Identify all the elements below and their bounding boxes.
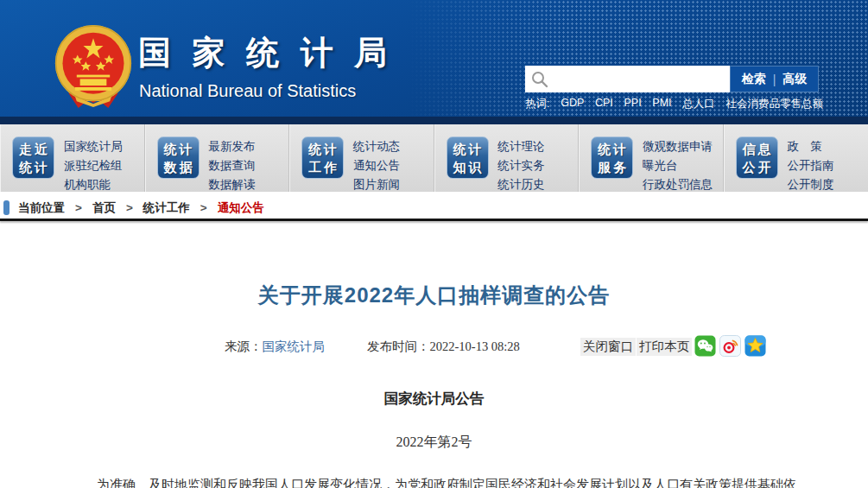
breadcrumb: 当前位置 > 首页 > 统计工作 > 通知公告 <box>0 197 868 219</box>
hotword-cpi[interactable]: CPI <box>595 97 613 111</box>
main-nav: 走近 统计 国家统计局 派驻纪检组 机构职能 统计 数据 最新发布 数据查询 数… <box>0 124 868 192</box>
article-title: 关于开展2022年人口抽样调查的公告 <box>0 282 868 309</box>
breadcrumb-home[interactable]: 首页 <box>92 200 116 216</box>
nav-badge-line: 统计 <box>451 140 485 158</box>
nav-link[interactable]: 统计历史 <box>498 175 545 194</box>
wechat-share-icon[interactable] <box>694 335 716 357</box>
nav-badge-line: 知识 <box>451 158 485 176</box>
nav-badge-line: 统计 <box>162 140 195 158</box>
nav-section-services: 统计 服务 微观数据申请 曝光台 行政处罚信息 <box>579 124 724 192</box>
pubtime-value: 2022-10-13 08:28 <box>430 339 520 353</box>
nav-badge-line: 工作 <box>306 158 339 176</box>
hotword-gdp[interactable]: GDP <box>561 97 584 111</box>
site-subtitle: National Bureau of Statistics <box>139 81 356 101</box>
nav-section-disclosure: 信息 公开 政 策 公开指南 公开制度 <box>724 124 868 192</box>
nav-link[interactable]: 政 策 <box>788 137 834 156</box>
nav-badge-line: 信息 <box>740 140 774 158</box>
nav-link[interactable]: 数据查询 <box>209 156 256 175</box>
nav-link[interactable]: 统计理论 <box>498 137 545 156</box>
article-source: 来源：国家统计局 <box>225 339 325 355</box>
nav-badge-line: 服务 <box>595 158 629 176</box>
nav-badge-about[interactable]: 走近 统计 <box>12 136 54 179</box>
nav-section-work: 统计 工作 统计动态 通知公告 图片新闻 <box>289 124 434 192</box>
breadcrumb-statistical-work[interactable]: 统计工作 <box>143 200 190 216</box>
nav-link[interactable]: 数据解读 <box>209 175 256 194</box>
search-submit-button[interactable]: 检索 <box>742 72 766 87</box>
hotword-ppi[interactable]: PPI <box>624 97 641 111</box>
nav-badge-line: 统计 <box>595 140 629 158</box>
nav-link[interactable]: 最新发布 <box>209 137 256 156</box>
search-input[interactable] <box>549 67 730 91</box>
button-divider: | <box>773 73 776 86</box>
source-label: 来源： <box>225 339 263 353</box>
hotword-pmi[interactable]: PMI <box>652 97 671 111</box>
nav-badge-disclosure[interactable]: 信息 公开 <box>736 136 778 179</box>
nav-badge-data[interactable]: 统计 数据 <box>157 136 200 179</box>
article-meta-row: 来源：国家统计局 发布时间：2022-10-13 08:28 关闭窗口 打印本页 <box>0 335 868 358</box>
nav-badge-line: 数据 <box>162 158 195 176</box>
nav-link[interactable]: 曝光台 <box>643 156 713 175</box>
print-page-button[interactable]: 打印本页 <box>637 338 692 356</box>
qzone-share-icon[interactable] <box>744 335 766 357</box>
nav-link[interactable]: 国家统计局 <box>64 137 123 156</box>
article-paragraph: 为准确、及时地监测和反映我国人口发展变化情况，为党和政府制定国民经济和社会发展计… <box>71 472 799 488</box>
nav-link[interactable]: 公开制度 <box>788 175 834 194</box>
search-box <box>525 66 730 92</box>
advanced-search-button[interactable]: 高级 <box>782 72 807 87</box>
nav-link[interactable]: 公开指南 <box>788 156 834 175</box>
nav-link[interactable]: 统计动态 <box>353 137 400 156</box>
nav-badge-services[interactable]: 统计 服务 <box>591 136 633 179</box>
nav-section-data: 统计 数据 最新发布 数据查询 数据解读 <box>145 124 290 192</box>
hotwords-bar: 热词: GDP CPI PPI PMI 总人口 社会消费品零售总额 <box>525 97 823 111</box>
hotwords-label: 热词: <box>525 97 549 111</box>
breadcrumb-marker-icon <box>3 200 10 215</box>
nav-link[interactable]: 机构职能 <box>64 175 123 194</box>
nav-badge-line: 统计 <box>16 158 50 176</box>
nav-section-knowledge: 统计 知识 统计理论 统计实务 统计历史 <box>434 124 580 192</box>
source-link[interactable]: 国家统计局 <box>263 339 326 353</box>
breadcrumb-label: 当前位置 <box>18 200 65 216</box>
nav-link[interactable]: 统计实务 <box>498 156 545 175</box>
content-divider-rule <box>0 219 868 221</box>
close-window-button[interactable]: 关闭窗口 <box>580 338 636 356</box>
nav-badge-line: 走近 <box>16 140 50 158</box>
nav-link[interactable]: 图片新闻 <box>353 175 400 194</box>
nav-link[interactable]: 行政处罚信息 <box>643 175 713 194</box>
breadcrumb-separator: > <box>75 201 82 214</box>
nav-section-about: 走近 统计 国家统计局 派驻纪检组 机构职能 <box>0 124 145 192</box>
nav-link[interactable]: 通知公告 <box>353 156 400 175</box>
article-doc-number: 2022年第2号 <box>0 434 868 452</box>
weibo-share-icon[interactable] <box>719 335 741 357</box>
breadcrumb-separator: > <box>126 201 133 214</box>
search-icon <box>530 70 549 89</box>
site-header: 国 家 统 计 局 National Bureau of Statistics … <box>0 0 868 117</box>
nav-badge-knowledge[interactable]: 统计 知识 <box>447 136 489 179</box>
breadcrumb-current-notices[interactable]: 通知公告 <box>218 200 264 216</box>
site-title: 国 家 统 计 局 <box>138 31 393 75</box>
nav-badge-line: 公开 <box>740 158 774 176</box>
article-pubtime: 发布时间：2022-10-13 08:28 <box>367 339 520 355</box>
header-bottom-strip <box>0 117 868 124</box>
pubtime-label: 发布时间： <box>367 339 430 353</box>
nav-link[interactable]: 微观数据申请 <box>643 137 713 156</box>
nav-badge-work[interactable]: 统计 工作 <box>301 136 344 179</box>
national-emblem-logo[interactable] <box>52 23 135 110</box>
national-emblem-icon <box>52 23 135 110</box>
hotword-population[interactable]: 总人口 <box>682 97 715 111</box>
nav-badge-line: 统计 <box>306 140 339 158</box>
search-buttons[interactable]: 检索 | 高级 <box>730 66 819 92</box>
nav-link[interactable]: 派驻纪检组 <box>64 156 123 175</box>
breadcrumb-separator: > <box>200 201 207 214</box>
page: 国 家 统 计 局 National Bureau of Statistics … <box>0 0 868 488</box>
article-body-heading: 国家统计局公告 <box>0 390 868 409</box>
hotword-retail[interactable]: 社会消费品零售总额 <box>725 97 823 111</box>
